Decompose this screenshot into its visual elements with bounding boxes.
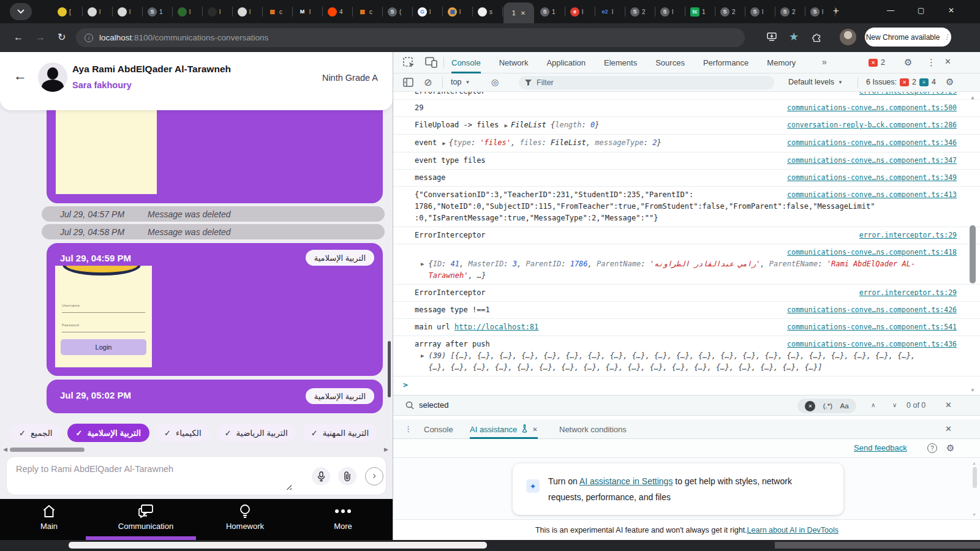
chat-scroll-area[interactable]: Jul 29, 04:57 PM Message was deleted Jul… xyxy=(0,110,393,422)
drawer-tab-ai-assistance[interactable]: AI assistance✕ xyxy=(470,419,538,439)
devtools-tab-performance[interactable]: Performance xyxy=(703,52,748,73)
profile-avatar[interactable] xyxy=(840,29,856,45)
send-button[interactable]: › xyxy=(365,467,383,485)
login-screenshot-attachment[interactable]: Username Password Login xyxy=(55,266,152,367)
log-levels-selector[interactable]: Default levels ▼ xyxy=(788,78,843,86)
console-source-link[interactable]: communications-conve…ns.component.ts:541 xyxy=(787,321,957,333)
new-tab-button[interactable]: + xyxy=(833,5,839,17)
forward-button[interactable]: → xyxy=(36,32,45,43)
chat-scrollbar-thumb[interactable] xyxy=(388,341,391,397)
install-icon[interactable] xyxy=(767,32,777,43)
browser-tab[interactable]: S( xyxy=(383,0,413,23)
devtools-tab-elements[interactable]: Elements xyxy=(604,52,637,73)
bookmark-star-icon[interactable]: ★ xyxy=(789,31,799,42)
browser-tab[interactable]: ▤c xyxy=(263,0,293,23)
drawer-tab-network-conditions[interactable]: Network conditions xyxy=(559,419,627,439)
drawer-close-icon[interactable]: ✕ xyxy=(945,424,952,433)
browser-tab[interactable]: Sl xyxy=(745,0,775,23)
browser-tab[interactable]: Ml xyxy=(293,0,323,23)
window-close-button[interactable]: ✕ xyxy=(948,6,954,15)
devtools-tab-network[interactable]: Network xyxy=(499,52,529,73)
browser-tab[interactable]: el xyxy=(565,0,595,23)
chrome-update-button[interactable]: New Chrome available ⋮ xyxy=(865,28,951,47)
chips-horizontal-scrollbar[interactable]: ◀ ▶ xyxy=(0,446,393,454)
ai-scrollbar-thumb[interactable] xyxy=(973,467,977,488)
mic-icon[interactable] xyxy=(312,467,330,485)
console-source-link[interactable]: communications-conve…ns.component.ts:436 xyxy=(787,339,957,350)
browser-tab[interactable]: Sl xyxy=(805,0,835,23)
console-source-link[interactable]: communications-conve…ns.component.ts:349 xyxy=(787,172,957,184)
inspect-element-icon[interactable] xyxy=(403,57,415,71)
case-toggle[interactable]: Aa xyxy=(840,402,849,410)
drawer-menu-kebab-icon[interactable]: ⋮ xyxy=(404,424,412,433)
nav-item-homework[interactable]: Homework xyxy=(217,504,273,531)
extensions-puzzle-icon[interactable] xyxy=(812,32,822,45)
browser-tab[interactable]: S2 xyxy=(715,0,745,23)
devtools-tab-sources[interactable]: Sources xyxy=(655,52,685,73)
regex-toggle[interactable]: (.*) xyxy=(823,402,832,410)
device-toolbar-icon[interactable] xyxy=(425,57,437,70)
devtools-tab-console[interactable]: Console xyxy=(451,52,481,73)
console-source-link[interactable]: error.interceptor.ts:29 xyxy=(859,287,957,299)
window-maximize-button[interactable]: ▢ xyxy=(918,6,924,15)
ai-scrollbar-down-arrow[interactable]: ▼ xyxy=(972,512,976,517)
reply-box[interactable]: Reply to Rami AbdElQader Al-Tarawneh › xyxy=(6,456,386,495)
subject-chip[interactable]: التربية المهنية✓ xyxy=(303,424,377,442)
console-scrollbar-up-arrow[interactable]: ▲ xyxy=(970,95,975,100)
console-source-link[interactable]: error.interceptor.ts:29 xyxy=(859,92,957,97)
console-prompt[interactable]: > xyxy=(393,377,980,389)
browser-tab[interactable]: Gl xyxy=(413,0,443,23)
reload-button[interactable]: ↻ xyxy=(58,32,66,43)
browser-tab[interactable]: ▤c xyxy=(353,0,383,23)
console-settings-gear-icon[interactable]: ⚙ xyxy=(946,77,954,88)
page-hscrollbar-thumb[interactable] xyxy=(69,542,487,549)
browser-tab[interactable]: S1 xyxy=(535,0,565,23)
search-close-icon[interactable]: ✕ xyxy=(945,400,952,410)
help-icon[interactable]: ? xyxy=(927,443,937,453)
console-log-area[interactable]: error.interceptor.ts:29ErrorInterceptorc… xyxy=(393,92,980,395)
textarea-resize-handle[interactable] xyxy=(285,484,292,490)
browser-tab[interactable]: [ xyxy=(53,0,83,23)
devtools-close-icon[interactable]: ✕ xyxy=(944,57,951,66)
tab-search-button[interactable] xyxy=(10,3,32,20)
console-source-link[interactable]: conversation-reply-b…ck.component.ts:286 xyxy=(787,119,957,131)
devtools-settings-gear-icon[interactable]: ⚙ xyxy=(904,57,912,68)
search-prev-icon[interactable]: ∧ xyxy=(871,402,875,408)
subject-chip[interactable]: الكيمياء✓ xyxy=(156,424,210,442)
nav-item-more[interactable]: More xyxy=(315,504,371,531)
issues-counter[interactable]: 6 Issues: ✕ 2 ≡ 4 xyxy=(866,78,936,86)
browser-tab[interactable]: 4 xyxy=(323,0,353,23)
devtools-menu-kebab-icon[interactable]: ⋮ xyxy=(927,57,936,68)
address-bar[interactable]: i localhost:8100/communications-conversa… xyxy=(76,28,745,47)
browser-tab[interactable]: l xyxy=(233,0,263,23)
back-button[interactable]: ← xyxy=(13,32,23,43)
scroll-right-arrow[interactable]: ▶ xyxy=(384,446,388,452)
console-sidebar-icon[interactable] xyxy=(403,78,413,89)
subject-chip[interactable]: التربية الرياضية✓ xyxy=(216,424,296,442)
console-source-link[interactable]: communications-conve…ns.component.ts:346 xyxy=(787,137,957,149)
ai-settings-link[interactable]: AI assistance in Settings xyxy=(579,476,673,486)
page-horizontal-scrollbar[interactable] xyxy=(0,540,980,551)
browser-menu-icon[interactable]: ⋮ xyxy=(943,33,950,41)
browser-tab[interactable]: S2 xyxy=(625,0,655,23)
ai-scrollbar-up-arrow[interactable]: ▲ xyxy=(972,461,976,465)
devtools-error-badge[interactable]: ✕ 2 xyxy=(869,58,885,67)
message-image-attachment[interactable] xyxy=(56,110,157,194)
console-source-link[interactable]: communications-conve…ns.component.ts:347 xyxy=(787,155,957,167)
expand-triangle-icon[interactable]: ▶ xyxy=(421,350,424,373)
nav-item-communication[interactable]: Communication xyxy=(118,504,173,531)
search-input[interactable]: selected xyxy=(419,400,448,410)
browser-tab[interactable]: S2 xyxy=(775,0,805,23)
console-source-link[interactable]: communications-conve…ns.component.ts:418 xyxy=(787,247,957,258)
subject-chip[interactable]: الجميع✓ xyxy=(10,424,61,442)
browser-tab[interactable]: ▣l xyxy=(443,0,473,23)
expand-triangle-icon[interactable]: ▶ xyxy=(442,140,445,146)
clear-console-icon[interactable]: ⊘ xyxy=(424,77,432,88)
browser-tab[interactable]: e2l xyxy=(595,0,625,23)
subject-chip[interactable]: التربية الإسلامية✓ xyxy=(67,424,149,442)
search-next-icon[interactable]: ∨ xyxy=(892,402,897,408)
learn-about-ai-link[interactable]: Learn about AI in DevTools xyxy=(747,526,839,534)
browser-tab[interactable]: Sl xyxy=(655,0,685,23)
console-source-link[interactable]: error.interceptor.ts:29 xyxy=(859,230,957,241)
devtools-tab-application[interactable]: Application xyxy=(546,52,586,73)
